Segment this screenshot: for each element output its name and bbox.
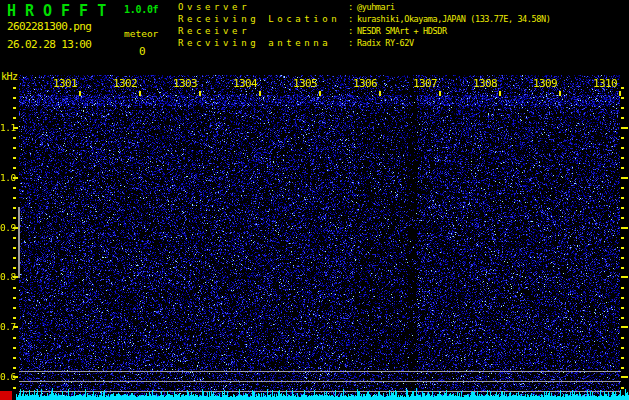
- y-axis-major-tick-right: [621, 326, 628, 328]
- y-axis-minor-tick: [13, 137, 16, 139]
- y-axis-major-tick: [13, 326, 18, 328]
- y-axis-minor-tick-right: [621, 167, 624, 169]
- calibration-bar: [18, 207, 20, 278]
- y-axis-minor-tick-right: [621, 117, 624, 119]
- y-axis-minor-tick: [13, 157, 16, 159]
- y-axis-minor-tick: [13, 357, 16, 359]
- y-axis-major-tick: [13, 276, 18, 278]
- y-axis-unit-label: kHz: [1, 71, 18, 82]
- info-separator: :: [348, 38, 357, 48]
- y-axis-minor-tick-right: [621, 97, 624, 99]
- y-axis-major-tick-right: [621, 127, 628, 129]
- x-axis-tick-label: 1303: [171, 77, 197, 90]
- y-axis-major-tick: [13, 177, 18, 179]
- y-axis-minor-tick: [13, 87, 16, 89]
- y-axis-minor-tick-right: [621, 307, 624, 309]
- x-axis-tick-label: 1305: [291, 77, 317, 90]
- y-axis-tick-label: 1.1: [0, 122, 14, 133]
- receiver-info-block: Ovserver:@yuhmari Receiving Location:kur…: [178, 2, 550, 50]
- x-axis-tick: [79, 91, 81, 96]
- y-axis-minor-tick-right: [621, 187, 624, 189]
- y-axis-minor-tick: [13, 317, 16, 319]
- y-axis-minor-tick: [13, 167, 16, 169]
- y-axis-minor-tick-right: [621, 267, 624, 269]
- info-separator: :: [348, 14, 357, 24]
- x-axis-tick-label: 1309: [531, 77, 557, 90]
- y-axis-minor-tick-right: [621, 287, 624, 289]
- info-label: Recviving antenna: [178, 38, 348, 48]
- info-label: Ovserver: [178, 2, 348, 12]
- y-axis-minor-tick-right: [621, 297, 624, 299]
- y-axis-minor-tick: [13, 287, 16, 289]
- info-label: Receiver: [178, 26, 348, 36]
- x-axis-tick-label: 1302: [111, 77, 137, 90]
- x-axis-tick: [199, 91, 201, 96]
- y-axis-minor-tick: [13, 367, 16, 369]
- info-separator: :: [348, 26, 357, 36]
- x-axis-tick: [139, 91, 141, 96]
- y-axis-minor-tick-right: [621, 337, 624, 339]
- y-axis-minor-tick-right: [621, 387, 624, 389]
- meteor-counter-label: meteor: [124, 28, 158, 39]
- y-axis-major-tick-right: [621, 376, 628, 378]
- y-axis-minor-tick-right: [621, 347, 624, 349]
- y-axis-minor-tick-right: [621, 217, 624, 219]
- spectrogram-canvas: [19, 75, 620, 400]
- y-axis-minor-tick-right: [621, 107, 624, 109]
- y-axis-minor-tick-right: [621, 237, 624, 239]
- y-axis-minor-tick-right: [621, 157, 624, 159]
- x-axis-tick-label: 1301: [51, 77, 77, 90]
- filename-label: 2602281300.png: [7, 20, 91, 33]
- y-axis-major-tick: [13, 376, 18, 378]
- reference-line: [19, 371, 621, 372]
- info-value: @yuhmari: [357, 2, 395, 12]
- y-axis-minor-tick-right: [621, 357, 624, 359]
- y-axis-major-tick-right: [621, 227, 628, 229]
- y-axis-minor-tick: [13, 267, 16, 269]
- x-axis-tick-label: 1308: [471, 77, 497, 90]
- y-axis-minor-tick: [13, 117, 16, 119]
- y-axis-minor-tick: [13, 307, 16, 309]
- info-row-location: Receiving Location:kurashiki,Okayama,JAP…: [178, 14, 550, 26]
- y-axis-minor-tick: [13, 97, 16, 99]
- y-axis-minor-tick: [13, 297, 16, 299]
- recording-marker: [0, 391, 12, 400]
- y-axis-minor-tick-right: [621, 137, 624, 139]
- y-axis-tick-label: 0.9: [0, 222, 14, 233]
- y-axis-minor-tick-right: [621, 207, 624, 209]
- y-axis-minor-tick-right: [621, 147, 624, 149]
- y-axis-minor-tick-right: [621, 257, 624, 259]
- y-axis-minor-tick: [13, 217, 16, 219]
- info-value: NESDR SMArt + HDSDR: [357, 26, 447, 36]
- x-axis-tick-label: 1310: [591, 77, 617, 90]
- y-axis-major-tick: [13, 227, 18, 229]
- info-value: Radix RY-62V: [357, 38, 414, 48]
- y-axis-minor-tick-right: [621, 317, 624, 319]
- x-axis-tick: [499, 91, 501, 96]
- y-axis-tick-label: 0.6: [0, 371, 14, 382]
- y-axis-minor-tick: [13, 337, 16, 339]
- x-axis-tick: [319, 91, 321, 96]
- x-axis-tick-label: 1306: [351, 77, 377, 90]
- y-axis-minor-tick: [13, 107, 16, 109]
- y-axis-tick-label: 0.7: [0, 321, 14, 332]
- x-axis-tick-label: 1307: [411, 77, 437, 90]
- y-axis-major-tick-right: [621, 177, 628, 179]
- y-axis-tick-label: 1.0: [0, 172, 14, 183]
- datetime-label: 26.02.28 13:00: [7, 38, 91, 51]
- info-separator: :: [348, 2, 357, 12]
- info-row-receiver: Receiver:NESDR SMArt + HDSDR: [178, 26, 550, 38]
- y-axis-minor-tick: [13, 347, 16, 349]
- x-axis-tick: [379, 91, 381, 96]
- x-axis-tick: [439, 91, 441, 96]
- y-axis-minor-tick: [13, 257, 16, 259]
- y-axis-major-tick-right: [621, 276, 628, 278]
- x-axis-tick: [559, 91, 561, 96]
- info-value: kurashiki,Okayama,JAPAN (133.77E, 34.58N…: [357, 14, 550, 24]
- y-axis-minor-tick: [13, 207, 16, 209]
- y-axis-tick-label: 0.8: [0, 271, 14, 282]
- y-axis-minor-tick-right: [621, 87, 624, 89]
- signal-level-canvas: [16, 382, 629, 400]
- x-axis-tick: [619, 91, 621, 96]
- y-axis-minor-tick: [13, 237, 16, 239]
